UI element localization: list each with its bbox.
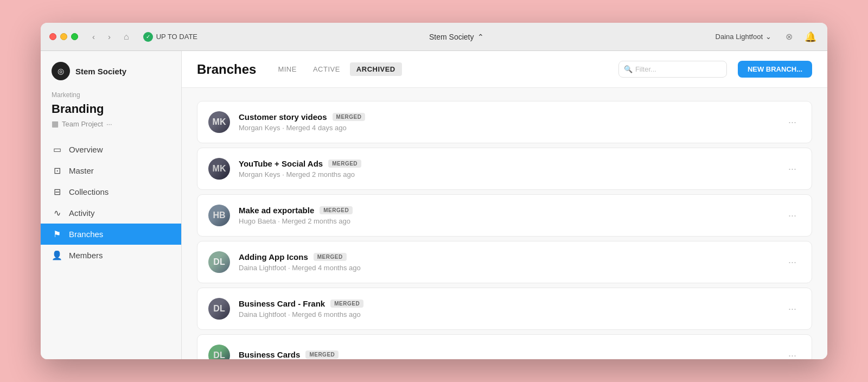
workspace-name: Stem Society: [429, 33, 474, 41]
branch-more-button[interactable]: ···: [784, 301, 801, 317]
titlebar: ‹ › ⌂ ✓ UP TO DATE Stem Society ⌃ Daina …: [41, 23, 827, 51]
avatar: MK: [208, 158, 230, 180]
project-type-icon: ▦: [52, 119, 59, 128]
status-badge: MERGED: [328, 160, 361, 168]
search-icon: 🔍: [624, 65, 633, 73]
branch-info: Adding App Icons MERGED Daina Lightfoot …: [239, 252, 775, 272]
filter-wrap: 🔍: [618, 61, 727, 78]
section-label: Marketing: [41, 91, 181, 101]
project-more-icon: ···: [106, 120, 112, 128]
sidebar-logo: ◎ Stem Society: [41, 62, 181, 91]
branch-meta: Hugo Baeta · Merged 2 months ago: [239, 217, 775, 225]
collections-icon: ⊟: [52, 187, 62, 197]
notifications-button[interactable]: 🔔: [802, 29, 819, 45]
branch-info: YouTube + Social Ads MERGED Morgan Keys …: [239, 159, 775, 179]
forward-button[interactable]: ›: [105, 30, 114, 43]
sidebar-item-overview[interactable]: ▭ Overview: [41, 139, 181, 160]
new-branch-button[interactable]: NEW BRANCH...: [738, 61, 812, 78]
back-button[interactable]: ‹: [89, 30, 98, 43]
filter-input[interactable]: [618, 61, 727, 78]
branch-name: Make ad exportable: [239, 206, 314, 215]
branch-meta: Morgan Keys · Merged 4 days ago: [239, 124, 775, 132]
project-meta-label: Team Project: [62, 120, 103, 128]
sidebar-item-label: Overview: [69, 145, 103, 154]
branch-info: Business Card - Frank MERGED Daina Light…: [239, 299, 775, 319]
branch-name: YouTube + Social Ads: [239, 159, 323, 168]
branch-title-row: Business Card - Frank MERGED: [239, 299, 775, 308]
branch-list: MK Customer story videos MERGED Morgan K…: [182, 88, 827, 359]
avatar: DL: [208, 345, 230, 359]
branch-title-row: Make ad exportable MERGED: [239, 206, 775, 215]
branch-more-button[interactable]: ···: [784, 114, 801, 130]
sidebar-item-label: Master: [69, 166, 94, 175]
branch-info: Make ad exportable MERGED Hugo Baeta · M…: [239, 206, 775, 225]
home-button[interactable]: ⌂: [120, 30, 132, 44]
sidebar-item-branches[interactable]: ⚑ Branches: [41, 224, 181, 245]
tab-mine[interactable]: MINE: [271, 62, 303, 76]
table-row: MK Customer story videos MERGED Morgan K…: [197, 101, 812, 143]
sidebar-item-members[interactable]: 👤 Members: [41, 245, 181, 266]
branch-more-button[interactable]: ···: [784, 208, 801, 224]
sidebar-item-activity[interactable]: ∿ Activity: [41, 202, 181, 224]
branch-title-row: Adding App Icons MERGED: [239, 252, 775, 262]
main-layout: ◎ Stem Society Marketing Branding ▦ Team…: [41, 51, 827, 359]
branch-more-button[interactable]: ···: [784, 348, 801, 360]
page-title: Branches: [197, 62, 256, 77]
sidebar-item-label: Activity: [69, 208, 95, 218]
overview-icon: ▭: [52, 144, 62, 155]
table-row: DL Business Card - Frank MERGED Daina Li…: [197, 288, 812, 330]
tab-archived[interactable]: ARCHIVED: [350, 62, 402, 76]
branch-meta: Daina Lightfoot · Merged 4 months ago: [239, 264, 775, 272]
tab-group: MINE ACTIVE ARCHIVED: [271, 62, 401, 76]
project-name: Branding: [41, 101, 181, 119]
branch-meta: Daina Lightfoot · Merged 6 months ago: [239, 310, 775, 319]
avatar: DL: [208, 251, 230, 273]
table-row: HB Make ad exportable MERGED Hugo Baeta …: [197, 194, 812, 237]
user-menu-button[interactable]: Daina Lightfoot ⌄: [711, 30, 776, 43]
workspace-selector[interactable]: Stem Society ⌃: [425, 30, 488, 43]
sidebar-item-label: Branches: [69, 230, 103, 239]
logo-text: Stem Society: [75, 67, 126, 76]
traffic-lights: [49, 33, 78, 40]
user-name: Daina Lightfoot: [716, 33, 763, 41]
branch-name: Adding App Icons: [239, 252, 308, 262]
maximize-button[interactable]: [71, 33, 78, 40]
project-meta: ▦ Team Project ···: [41, 119, 181, 139]
sidebar-item-label: Members: [69, 251, 103, 260]
status-badge: MERGED: [333, 113, 366, 121]
settings-button[interactable]: ⊗: [782, 29, 796, 44]
sync-label: UP TO DATE: [156, 33, 197, 41]
close-button[interactable]: [49, 33, 56, 40]
workspace-chevron-icon: ⌃: [477, 33, 484, 41]
branch-more-button[interactable]: ···: [784, 254, 801, 270]
branch-title-row: Business Cards MERGED: [239, 350, 775, 359]
status-badge: MERGED: [305, 351, 339, 359]
titlebar-right: Daina Lightfoot ⌄ ⊗ 🔔: [711, 29, 819, 45]
branches-icon: ⚑: [52, 229, 62, 239]
members-icon: 👤: [52, 250, 62, 260]
sync-icon: ✓: [143, 32, 153, 42]
sidebar-nav: ▭ Overview ⊡ Master ⊟ Collections ∿ Acti…: [41, 139, 181, 266]
sidebar-item-collections[interactable]: ⊟ Collections: [41, 181, 181, 202]
avatar: DL: [208, 298, 230, 320]
branch-info: Business Cards MERGED: [239, 350, 775, 360]
minimize-button[interactable]: [60, 33, 67, 40]
table-row: MK YouTube + Social Ads MERGED Morgan Ke…: [197, 148, 812, 190]
table-row: DL Adding App Icons MERGED Daina Lightfo…: [197, 241, 812, 283]
sidebar-item-master[interactable]: ⊡ Master: [41, 160, 181, 181]
branch-more-button[interactable]: ···: [784, 161, 801, 177]
avatar: HB: [208, 205, 230, 226]
content-header: Branches MINE ACTIVE ARCHIVED 🔍 NEW BRAN…: [182, 51, 827, 88]
branch-info: Customer story videos MERGED Morgan Keys…: [239, 112, 775, 132]
content-area: Branches MINE ACTIVE ARCHIVED 🔍 NEW BRAN…: [182, 51, 827, 359]
status-badge: MERGED: [330, 300, 363, 308]
tab-active[interactable]: ACTIVE: [307, 62, 347, 76]
status-badge: MERGED: [314, 253, 347, 261]
titlebar-center: Stem Society ⌃: [208, 30, 705, 43]
branch-name: Business Card - Frank: [239, 299, 325, 308]
avatar: MK: [208, 111, 230, 133]
status-badge: MERGED: [320, 206, 353, 214]
sidebar: ◎ Stem Society Marketing Branding ▦ Team…: [41, 51, 182, 359]
table-row: DL Business Cards MERGED ···: [197, 334, 812, 359]
branch-meta: Morgan Keys · Merged 2 months ago: [239, 170, 775, 179]
